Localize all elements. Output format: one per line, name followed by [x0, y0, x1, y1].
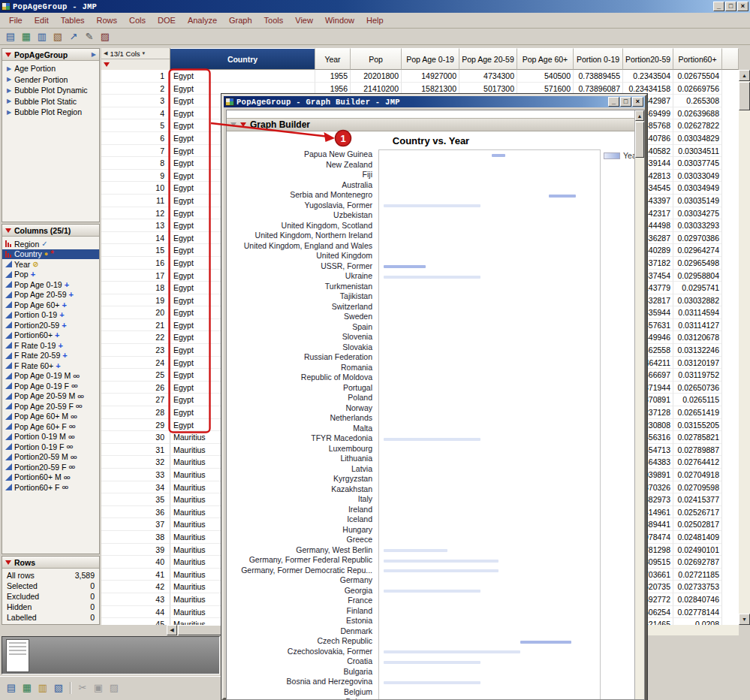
disclosure-icon[interactable] — [230, 122, 236, 127]
column-header-portion60[interactable]: Portion60+ — [673, 48, 722, 70]
column-header-portion20-59[interactable]: Portion20-59 — [623, 48, 673, 70]
cell-portion60[interactable]: 0.03034511 — [673, 145, 722, 158]
row-number[interactable]: 35 — [101, 493, 170, 506]
open-icon[interactable]: ▥ — [36, 681, 50, 695]
column-item-f-rate-0-19[interactable]: F Rate 0-19+ — [2, 340, 99, 351]
row-number[interactable]: 45 — [101, 618, 170, 625]
column-item-portion60-f[interactable]: Portion60+ Foo — [2, 482, 99, 493]
cell-portion60[interactable]: 0.03120197 — [673, 357, 722, 370]
cell-portion60[interactable]: 0.03037745 — [673, 157, 722, 170]
row-number[interactable]: 40 — [101, 556, 170, 569]
cell-portion60[interactable]: 0.03034275 — [673, 207, 722, 220]
cell-portion60[interactable]: 0.03119752 — [673, 369, 722, 382]
row-number[interactable]: 16 — [101, 257, 170, 270]
rows-panel-header[interactable]: Rows — [2, 557, 99, 569]
column-item-pop-age-0-19[interactable]: Pop Age 0-19+ — [2, 279, 99, 290]
menu-tables[interactable]: Tables — [55, 14, 91, 26]
cell-country[interactable]: Egypt — [170, 83, 315, 95]
cell-portion60[interactable]: 0.02965498 — [673, 257, 722, 270]
menu-analyze[interactable]: Analyze — [182, 14, 223, 26]
row-number[interactable]: 27 — [101, 394, 170, 406]
menu-window[interactable]: Window — [319, 14, 360, 26]
menu-graph[interactable]: Graph — [223, 14, 258, 26]
column-item-portion60[interactable]: Portion60++ — [2, 330, 99, 341]
cell-portion60[interactable]: 0.02627822 — [673, 119, 722, 132]
column-header-portion-0-19[interactable]: Portion 0-19 — [574, 48, 623, 70]
collapse-left-icon[interactable]: ◀ — [104, 50, 107, 56]
row-number[interactable]: 23 — [101, 344, 170, 357]
cell-portion60[interactable]: 0.02789887 — [673, 444, 722, 457]
cut-icon[interactable]: ✂ — [76, 681, 89, 695]
row-number[interactable]: 34 — [101, 481, 170, 494]
row-number[interactable]: 12 — [101, 207, 170, 220]
column-header-pop-age-0-19[interactable]: Pop Age 0-19 — [402, 48, 459, 70]
row-number[interactable]: 32 — [101, 456, 170, 469]
cell-portion60[interactable]: 0.02840746 — [673, 593, 722, 606]
column-item-portion20-59-f[interactable]: Portion20-59 Foo — [2, 462, 99, 472]
row-number[interactable]: 4 — [101, 107, 170, 120]
row-number[interactable]: 11 — [101, 195, 170, 207]
row-number[interactable]: 10 — [101, 182, 170, 195]
cell-portion60[interactable]: 0.03035149 — [673, 195, 722, 207]
new-journal-icon[interactable]: ▤ — [4, 30, 17, 44]
row-number[interactable]: 21 — [101, 319, 170, 332]
column-item-pop-age-60[interactable]: Pop Age 60++ — [2, 300, 99, 310]
scroll-left-icon[interactable]: ◀ — [167, 625, 177, 635]
row-number[interactable]: 30 — [101, 431, 170, 444]
scroll-up-icon[interactable]: ▲ — [739, 70, 750, 81]
cell-portion60[interactable]: 0.02481409 — [673, 531, 722, 544]
cell-portion60[interactable]: 0.02764412 — [673, 456, 722, 469]
cell-portion60[interactable]: 0.02785821 — [673, 431, 722, 444]
cell-portion60[interactable]: 0.03155205 — [673, 419, 722, 432]
row-number[interactable]: 8 — [101, 157, 170, 170]
column-item-pop[interactable]: Pop+ — [2, 270, 99, 280]
cell-portion60[interactable]: 0.0265115 — [673, 394, 722, 406]
cell-value[interactable]: 0.02675504 — [673, 70, 722, 83]
cell-value[interactable]: 571600 — [517, 83, 574, 95]
sidebar-item-age-portion[interactable]: ▶Age Portion — [2, 63, 99, 74]
cell-portion60[interactable]: 0.0208 — [673, 618, 722, 625]
row-number[interactable]: 14 — [101, 232, 170, 245]
new-script-icon[interactable]: ▦ — [20, 30, 33, 44]
cell-portion60[interactable]: 0.03132246 — [673, 344, 722, 357]
red-triangle-menu-icon[interactable] — [240, 122, 246, 127]
cell-value[interactable]: 0.02669756 — [673, 83, 722, 95]
row-number[interactable]: 18 — [101, 282, 170, 294]
graph-builder-title-bar[interactable]: PopAgeGroup - Graph Builder - JMP _ □ × — [224, 96, 645, 107]
cell-portion60[interactable]: 0.02733753 — [673, 581, 722, 593]
close-button[interactable]: × — [737, 2, 748, 11]
column-item-portion60-m[interactable]: Portion60+ Moo — [2, 472, 99, 483]
menu-cols[interactable]: Cols — [123, 14, 152, 26]
column-header-pop-age-20-59[interactable]: Pop Age 20-59 — [459, 48, 517, 70]
cell-value[interactable]: 1956 — [315, 83, 351, 95]
column-header-pop-age-60[interactable]: Pop Age 60+ — [517, 48, 574, 70]
cell-portion60[interactable]: 0.03033293 — [673, 219, 722, 232]
minimize-button[interactable]: _ — [608, 97, 619, 107]
layout-manager-icon[interactable]: ▧ — [51, 30, 65, 44]
red-triangle-menu-icon[interactable] — [5, 228, 11, 233]
column-item-pop-age-20-59-f[interactable]: Pop Age 20-59 Foo — [2, 401, 99, 412]
panel-collapse-icon[interactable]: ▶ — [92, 51, 96, 58]
data-table-icon[interactable]: ▥ — [35, 30, 49, 44]
row-number[interactable]: 2 — [101, 83, 170, 95]
column-item-country[interactable]: Country●* — [2, 249, 99, 260]
column-item-pop-age-0-19-f[interactable]: Pop Age 0-19 Foo — [2, 381, 99, 391]
new-table-icon[interactable]: ▤ — [5, 681, 18, 695]
row-number[interactable]: 41 — [101, 569, 170, 581]
table-vertical-scrollbar[interactable]: ▲ ▼ — [739, 70, 750, 625]
cell-portion60[interactable]: 0.02502817 — [673, 518, 722, 531]
row-number[interactable]: 13 — [101, 219, 170, 232]
window-preview-pane[interactable] — [2, 636, 220, 674]
column-item-pop-age-60-m[interactable]: Pop Age 60+ Moo — [2, 412, 99, 422]
column-item-pop-age-0-19-m[interactable]: Pop Age 0-19 Moo — [2, 371, 99, 382]
sidebar-item-bubble-plot-dynamic[interactable]: ▶Bubble Plot Dynamic — [2, 85, 99, 96]
cell-country[interactable]: Egypt — [170, 70, 315, 83]
paste-icon[interactable]: ▨ — [107, 681, 121, 695]
cell-value[interactable]: 0.23434158 — [623, 83, 673, 95]
column-item-year[interactable]: Year⊘ — [2, 259, 99, 270]
row-number[interactable]: 38 — [101, 531, 170, 544]
column-header-year[interactable]: Year — [315, 48, 351, 70]
save-icon[interactable]: ▧ — [52, 681, 65, 695]
cell-value[interactable]: 15821300 — [402, 83, 459, 95]
cell-portion60[interactable]: 0.02639688 — [673, 107, 722, 120]
